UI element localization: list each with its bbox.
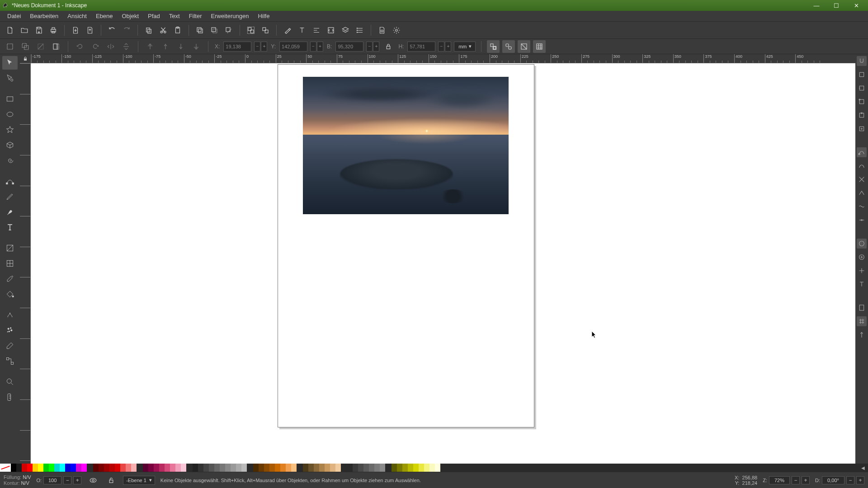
- menu-objekt[interactable]: Objekt: [117, 11, 143, 21]
- maximize-button[interactable]: ☐: [826, 0, 846, 10]
- swatch[interactable]: [325, 464, 330, 472]
- paste-button[interactable]: [171, 24, 184, 37]
- w-dec[interactable]: −: [366, 42, 373, 52]
- swatch[interactable]: [60, 464, 65, 472]
- swatch[interactable]: [154, 464, 159, 472]
- swatch[interactable]: [408, 464, 413, 472]
- align-button[interactable]: [310, 24, 323, 37]
- h-dec[interactable]: −: [438, 42, 444, 52]
- swatch[interactable]: [275, 464, 280, 472]
- raise-button[interactable]: [159, 40, 172, 53]
- undo-button[interactable]: [106, 24, 118, 37]
- menu-pfad[interactable]: Pfad: [143, 11, 165, 21]
- swatch[interactable]: [11, 464, 16, 472]
- swatch[interactable]: [209, 464, 214, 472]
- swatch[interactable]: [16, 464, 22, 472]
- connector-tool[interactable]: [2, 354, 18, 368]
- swatch[interactable]: [308, 464, 314, 472]
- swatch[interactable]: [198, 464, 203, 472]
- swatch[interactable]: [241, 464, 247, 472]
- snap-toggle[interactable]: [857, 56, 867, 66]
- document-properties-button[interactable]: [376, 24, 388, 37]
- spray-tool[interactable]: [2, 324, 18, 337]
- minimize-button[interactable]: —: [807, 0, 826, 10]
- swatch[interactable]: [81, 464, 87, 472]
- snap-text[interactable]: [857, 279, 867, 289]
- swatch[interactable]: [148, 464, 154, 472]
- y-inc[interactable]: +: [317, 42, 323, 52]
- node-tool[interactable]: [2, 71, 18, 85]
- palette-menu[interactable]: ◀: [858, 464, 868, 472]
- swatch[interactable]: [214, 464, 220, 472]
- swatch[interactable]: [71, 464, 76, 472]
- snap-cusp[interactable]: [857, 188, 867, 198]
- ruler-horizontal[interactable]: -175-150-125-100-75-50-25025507510012515…: [31, 54, 855, 63]
- swatch[interactable]: [43, 464, 49, 472]
- copy-button[interactable]: [142, 24, 155, 37]
- text-tool-button[interactable]: [296, 24, 308, 37]
- deselect-button[interactable]: [34, 40, 47, 53]
- snap-grid[interactable]: [857, 316, 867, 326]
- lower-bottom-button[interactable]: [190, 40, 203, 53]
- snap-center[interactable]: [857, 252, 867, 262]
- objects-button[interactable]: [354, 24, 366, 37]
- fill-value[interactable]: N/V: [23, 474, 31, 480]
- swatch[interactable]: [353, 464, 358, 472]
- layer-selector[interactable]: -Ebene 1▾: [123, 476, 155, 485]
- rotate-ccw-button[interactable]: [74, 40, 86, 53]
- x-field[interactable]: 19,138: [223, 42, 251, 52]
- swatch[interactable]: [93, 464, 99, 472]
- unlink-clone-button[interactable]: [222, 24, 235, 37]
- snap-bbox-corner[interactable]: [857, 97, 867, 107]
- pencil-tool[interactable]: [2, 190, 18, 203]
- raise-top-button[interactable]: [144, 40, 156, 53]
- snap-path[interactable]: [857, 161, 867, 171]
- h-field[interactable]: 57,781: [407, 42, 435, 52]
- selector-tool[interactable]: [2, 56, 18, 70]
- layer-lock-toggle[interactable]: [105, 474, 118, 487]
- mesh-tool[interactable]: [2, 257, 18, 270]
- opacity-field[interactable]: 100: [43, 476, 61, 484]
- swatch[interactable]: [347, 464, 353, 472]
- swatch[interactable]: [49, 464, 54, 472]
- swatch[interactable]: [269, 464, 275, 472]
- group-button[interactable]: [245, 24, 257, 37]
- stroke-value[interactable]: N/V: [21, 480, 29, 486]
- h-inc[interactable]: +: [445, 42, 451, 52]
- menu-bearbeiten[interactable]: Bearbeiten: [25, 11, 63, 21]
- swatch[interactable]: [175, 464, 181, 472]
- zoom-tool[interactable]: [2, 375, 18, 389]
- snap-bbox-midpoint[interactable]: [857, 110, 867, 120]
- swatch[interactable]: [22, 464, 27, 472]
- swatch[interactable]: [303, 464, 308, 472]
- swatch[interactable]: [363, 464, 369, 472]
- swatch[interactable]: [126, 464, 131, 472]
- swatch[interactable]: [181, 464, 186, 472]
- clone-button[interactable]: [208, 24, 221, 37]
- x-inc[interactable]: +: [261, 42, 267, 52]
- snap-guide[interactable]: [857, 330, 867, 340]
- snap-bbox-edge[interactable]: [857, 83, 867, 93]
- swatch[interactable]: [291, 464, 297, 472]
- swatch[interactable]: [203, 464, 209, 472]
- redo-button[interactable]: [120, 24, 133, 37]
- text-tool[interactable]: [2, 221, 18, 234]
- spiral-tool[interactable]: [2, 154, 18, 167]
- swatch[interactable]: [159, 464, 165, 472]
- select-all-button[interactable]: [4, 40, 16, 53]
- swatch[interactable]: [165, 464, 170, 472]
- snap-bbox-center[interactable]: [857, 124, 867, 134]
- swatch[interactable]: [424, 464, 429, 472]
- bezier-tool[interactable]: [2, 174, 18, 188]
- select-all-layers-button[interactable]: [19, 40, 32, 53]
- rot-dec[interactable]: −: [846, 476, 854, 484]
- imported-image[interactable]: [303, 77, 509, 214]
- snap-bbox[interactable]: [857, 70, 867, 80]
- duplicate-button[interactable]: [193, 24, 206, 37]
- lower-button[interactable]: [175, 40, 187, 53]
- menu-hilfe[interactable]: Hilfe: [253, 11, 274, 21]
- opacity-dec[interactable]: −: [63, 476, 71, 484]
- swatch[interactable]: [369, 464, 374, 472]
- color-palette[interactable]: ◀: [0, 464, 868, 472]
- layer-visibility-toggle[interactable]: [87, 474, 99, 487]
